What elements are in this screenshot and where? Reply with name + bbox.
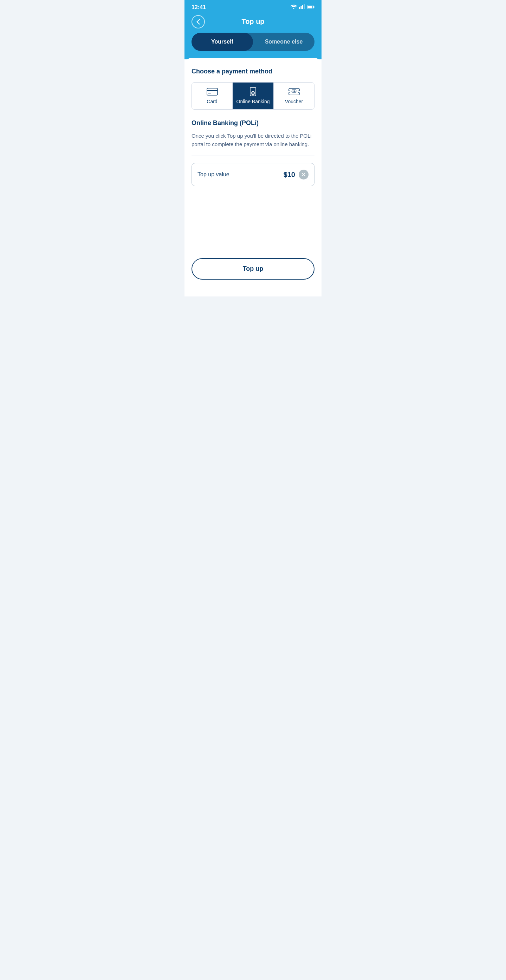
topup-amount-row: $10 bbox=[283, 170, 309, 180]
svg-rect-7 bbox=[207, 88, 218, 95]
topup-label: Top up value bbox=[197, 172, 229, 178]
toggle-pill: Yourself Someone else bbox=[191, 33, 315, 51]
topup-amount: $10 bbox=[283, 171, 295, 179]
toggle-yourself[interactable]: Yourself bbox=[191, 33, 253, 51]
svg-rect-14 bbox=[252, 95, 254, 95]
tab-online-banking[interactable]: Online Banking bbox=[233, 83, 274, 109]
clear-amount-button[interactable] bbox=[299, 170, 309, 180]
tab-voucher[interactable]: $ Voucher bbox=[274, 83, 314, 109]
section-title: Choose a payment method bbox=[191, 68, 315, 75]
status-icons bbox=[291, 4, 315, 11]
topup-submit-button[interactable]: Top up bbox=[191, 258, 315, 280]
tab-card[interactable]: Card bbox=[192, 83, 232, 109]
status-bar: 12:41 bbox=[185, 0, 321, 13]
voucher-icon: $ bbox=[288, 88, 300, 96]
svg-point-17 bbox=[298, 91, 300, 93]
svg-rect-8 bbox=[207, 90, 218, 91]
svg-rect-1 bbox=[301, 6, 302, 9]
toggle-someone-else[interactable]: Someone else bbox=[253, 33, 315, 51]
svg-rect-5 bbox=[313, 6, 315, 8]
content-area: Choose a payment method Card bbox=[185, 58, 321, 296]
toggle-container: Yourself Someone else bbox=[185, 33, 321, 59]
payment-tabs: Card Online Banking bbox=[191, 82, 315, 110]
svg-rect-0 bbox=[299, 7, 300, 9]
page-title: Top up bbox=[242, 18, 264, 25]
svg-text:$: $ bbox=[293, 90, 295, 92]
svg-rect-3 bbox=[304, 4, 305, 9]
signal-icon bbox=[299, 4, 305, 11]
svg-rect-9 bbox=[208, 93, 211, 94]
phone-container: 12:41 bbox=[185, 0, 321, 296]
header: Top up bbox=[185, 13, 321, 33]
banking-description: Once you click Top up you'll be directed… bbox=[191, 132, 315, 149]
svg-rect-6 bbox=[307, 6, 312, 8]
divider bbox=[191, 156, 315, 156]
battery-icon bbox=[307, 4, 315, 11]
back-button[interactable] bbox=[191, 15, 205, 29]
svg-rect-10 bbox=[250, 88, 256, 96]
svg-point-16 bbox=[288, 91, 290, 93]
topup-value-box[interactable]: Top up value $10 bbox=[191, 163, 315, 186]
online-banking-icon bbox=[247, 88, 259, 96]
svg-rect-2 bbox=[302, 5, 303, 9]
status-time: 12:41 bbox=[191, 4, 206, 11]
wifi-icon bbox=[291, 4, 297, 11]
spacer bbox=[191, 193, 315, 258]
banking-title: Online Banking (POLi) bbox=[191, 119, 315, 127]
card-icon bbox=[207, 88, 218, 96]
